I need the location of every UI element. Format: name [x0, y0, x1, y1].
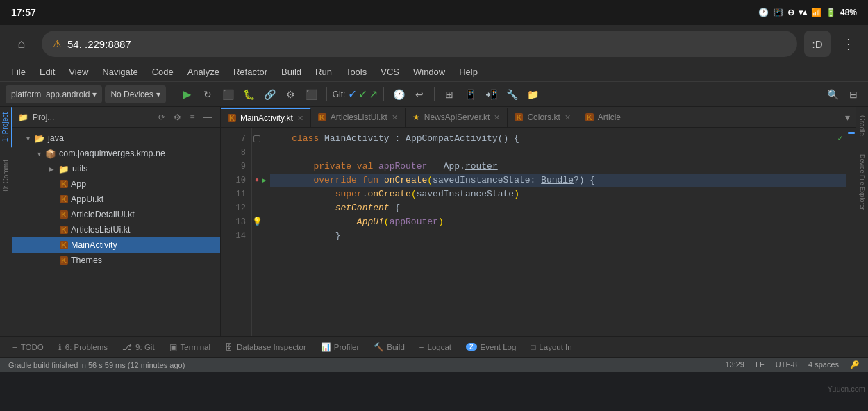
- problems-tab[interactable]: ℹ 6: Problems: [51, 337, 115, 357]
- logcat-tab[interactable]: ≡ Logcat: [412, 337, 459, 357]
- git-checkmark-blue[interactable]: ✓: [348, 87, 357, 101]
- more-options-button[interactable]: ⋮: [837, 33, 860, 55]
- tree-label-utils: utils: [72, 164, 87, 174]
- stop-button[interactable]: ⬛: [219, 85, 237, 103]
- git-tab[interactable]: ⎇ 9: Git: [115, 337, 162, 357]
- terminal-tab[interactable]: ▣ Terminal: [162, 337, 218, 357]
- database-inspector-tab[interactable]: 🗄 Database Inspector: [218, 337, 314, 357]
- undo-button[interactable]: ↩: [410, 85, 428, 103]
- tree-item-appui[interactable]: K AppUi.kt: [12, 192, 220, 207]
- project-structure[interactable]: 📁: [524, 85, 542, 103]
- reload-button[interactable]: ↻: [199, 85, 217, 103]
- fn-router: router: [465, 160, 498, 174]
- commit-panel-tab[interactable]: 0: Commit: [0, 154, 12, 197]
- project-panel: 📁 Proj... ⟳ ⚙ ≡ — ▾ 📂 java ▾ 📦 com.joaqu…: [12, 107, 221, 336]
- menu-analyze[interactable]: Analyze: [182, 65, 225, 78]
- status-bar-bottom: Gradle build finished in 56 s 59 ms (12 …: [0, 357, 868, 372]
- tree-item-package[interactable]: ▾ 📦 com.joaquimverges.kmp.ne: [12, 146, 220, 161]
- profiler-tab[interactable]: 📊 Profiler: [314, 337, 367, 357]
- line-ending[interactable]: LF: [756, 360, 765, 369]
- menu-build[interactable]: Build: [276, 65, 307, 78]
- panel-gear-icon[interactable]: ⚙: [170, 110, 184, 124]
- menu-navigate[interactable]: Navigate: [97, 65, 143, 78]
- indent-info[interactable]: 4 spaces: [808, 360, 839, 369]
- tab-switcher-button[interactable]: :D: [804, 31, 831, 57]
- menu-refactor[interactable]: Refactor: [228, 65, 273, 78]
- tree-item-articleslist[interactable]: K ArticlesListUi.kt: [12, 222, 220, 237]
- build-sync-button[interactable]: ⚙: [282, 85, 300, 103]
- panel-close-icon[interactable]: —: [201, 110, 215, 124]
- tab-close-colors[interactable]: ✕: [565, 113, 571, 122]
- url-bar[interactable]: ⚠ 54. .229:8887: [42, 31, 797, 57]
- layout-button[interactable]: ⊞: [440, 85, 458, 103]
- tree-item-app[interactable]: K App: [12, 176, 220, 192]
- tree-arrow-package: ▾: [37, 150, 41, 158]
- code-line-9: private val appRouter = App . router: [270, 160, 846, 174]
- green-tick-7: ✓: [837, 132, 843, 146]
- dropdown-chevron: ▾: [92, 90, 97, 99]
- layout-inspector-tab[interactable]: □ Layout In: [524, 337, 579, 357]
- attach-button[interactable]: 🔗: [261, 85, 279, 103]
- avd-manager[interactable]: 📲: [482, 85, 500, 103]
- home-button[interactable]: ⌂: [8, 31, 35, 57]
- device-manager[interactable]: 📱: [461, 85, 479, 103]
- build-tab[interactable]: 🔨 Build: [367, 337, 412, 357]
- tree-item-java[interactable]: ▾ 📂 java: [12, 131, 220, 146]
- tab-overflow-button[interactable]: ▾: [840, 112, 856, 123]
- code-line-11: super . onCreate ( savedInstanceState ): [270, 187, 846, 201]
- panel-settings-icon[interactable]: ≡: [185, 110, 199, 124]
- menu-help[interactable]: Help: [453, 65, 483, 78]
- logcat-label: Logcat: [428, 343, 452, 351]
- layout-label: Layout In: [539, 343, 571, 351]
- menu-vcs[interactable]: VCS: [375, 65, 405, 78]
- todo-tab[interactable]: ≡ TODO: [6, 337, 51, 357]
- tree-item-mainactivity[interactable]: K MainActivity: [12, 237, 220, 253]
- project-dropdown[interactable]: platform_app.android ▾: [6, 85, 102, 103]
- toolbar-separator-2: [326, 87, 327, 101]
- code-line-8: [270, 146, 846, 160]
- menu-file[interactable]: File: [6, 65, 31, 78]
- menu-tools[interactable]: Tools: [340, 65, 372, 78]
- tab-colors[interactable]: K Colors.kt ✕: [508, 108, 578, 127]
- tab-kotlin-icon-3: K: [515, 113, 523, 121]
- search-everywhere-button[interactable]: 🔍: [824, 85, 842, 103]
- tree-item-utils[interactable]: ▶ 📁 utils: [12, 161, 220, 176]
- project-name: platform_app.android: [11, 90, 90, 99]
- sdk-manager[interactable]: 🔧: [503, 85, 521, 103]
- tab-close-mainactivity[interactable]: ✕: [297, 114, 303, 123]
- tab-close-newsapiserver[interactable]: ✕: [494, 113, 500, 122]
- tab-close-articleslistui[interactable]: ✕: [392, 113, 398, 122]
- event-log-tab[interactable]: 2 Event Log: [459, 337, 524, 357]
- panel-refresh-icon[interactable]: ⟳: [155, 110, 169, 124]
- menu-view[interactable]: View: [63, 65, 94, 78]
- url-warning-icon: ⚠: [53, 38, 62, 49]
- gradle-tab[interactable]: Gradle: [856, 110, 868, 142]
- device-file-explorer-tab[interactable]: Device File Explorer: [857, 149, 868, 216]
- cursor-position[interactable]: 13:29: [725, 360, 744, 369]
- tree-item-articledetail[interactable]: K ArticleDetailUi.kt: [12, 207, 220, 222]
- profile-button[interactable]: ⬛: [303, 85, 321, 103]
- git-checkmark-green[interactable]: ✓: [358, 87, 367, 101]
- settings-layout-button[interactable]: ⊟: [844, 85, 862, 103]
- cls-mainactivity: MainActivity: [324, 132, 390, 146]
- menu-window[interactable]: Window: [408, 65, 451, 78]
- run-button[interactable]: ▶: [178, 85, 196, 103]
- menu-edit[interactable]: Edit: [34, 65, 60, 78]
- project-panel-tab[interactable]: 1: Project: [0, 107, 12, 147]
- toolbar-separator-1: [172, 87, 172, 101]
- tab-mainactivity[interactable]: K MainActivity.kt ✕: [221, 108, 311, 127]
- tab-article[interactable]: K Article: [578, 108, 628, 127]
- tab-articleslistui[interactable]: K ArticlesListUi.kt ✕: [311, 108, 406, 127]
- git-arrow-up[interactable]: ↗: [369, 87, 378, 101]
- file-encoding[interactable]: UTF-8: [776, 360, 797, 369]
- git-icon: ⎇: [122, 342, 132, 352]
- menu-run[interactable]: Run: [310, 65, 337, 78]
- scroll-position-indicator: [848, 132, 855, 134]
- tree-item-themes[interactable]: K Themes: [12, 253, 220, 268]
- tab-newsapiserver[interactable]: ★ NewsApiServer.kt ✕: [406, 108, 508, 127]
- device-dropdown[interactable]: No Devices ▾: [105, 85, 165, 103]
- menu-code[interactable]: Code: [147, 65, 179, 78]
- code-editor[interactable]: class MainActivity : AppCompatActivity (…: [262, 128, 846, 336]
- history-button[interactable]: 🕐: [390, 85, 408, 103]
- debug-button[interactable]: 🐛: [240, 85, 258, 103]
